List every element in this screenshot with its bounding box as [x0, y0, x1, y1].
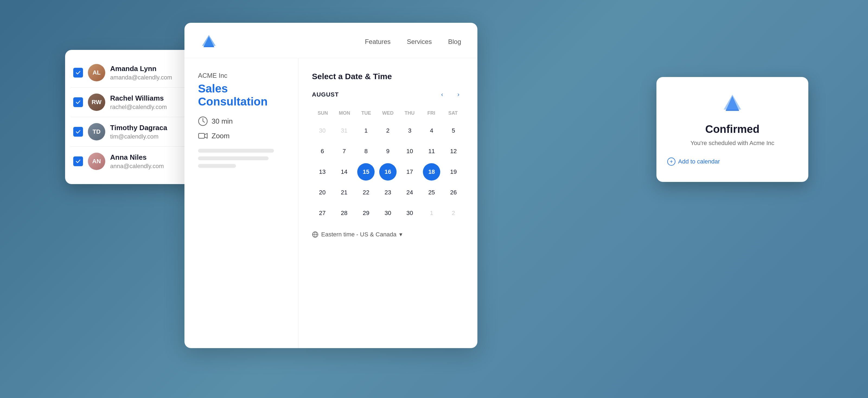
- calendar-day[interactable]: 15: [357, 163, 375, 180]
- calendar-day[interactable]: 20: [314, 184, 331, 201]
- calendar-header: AUGUST ‹ ›: [312, 89, 464, 100]
- calendar-day[interactable]: 23: [379, 184, 397, 201]
- timezone-chevron[interactable]: ▾: [399, 231, 402, 238]
- nav-arrows: ‹ ›: [437, 89, 464, 100]
- calendar-day[interactable]: 7: [336, 143, 353, 160]
- duration-detail: 30 min: [198, 116, 284, 126]
- calendar-day[interactable]: 1: [357, 122, 375, 139]
- calendar-day[interactable]: 30: [379, 204, 397, 222]
- avatar-amanda: AL: [88, 64, 105, 81]
- calendar-day[interactable]: 8: [357, 143, 375, 160]
- nav-links: Features Services Blog: [365, 38, 461, 45]
- day-header-wed: WED: [377, 108, 399, 118]
- calendar-day[interactable]: 25: [423, 184, 440, 201]
- confirmed-subtitle: You're scheduled with Acme Inc: [667, 140, 798, 147]
- calendar-day[interactable]: 12: [445, 143, 462, 160]
- confirmed-logo-icon: [721, 93, 743, 115]
- skeleton-line-3: [198, 164, 236, 168]
- calendar-day[interactable]: 22: [357, 184, 375, 201]
- video-icon: [198, 131, 208, 141]
- avatar-rachel: RW: [88, 94, 105, 111]
- calendar-day: 30: [314, 122, 331, 139]
- confirmed-title: Confirmed: [667, 123, 798, 135]
- calendar-title: Select a Date & Time: [312, 72, 464, 81]
- day-header-tue: TUE: [355, 108, 377, 118]
- globe-icon: [312, 231, 318, 238]
- calendar-day[interactable]: 17: [401, 163, 418, 180]
- calendar-day[interactable]: 2: [379, 122, 397, 139]
- right-panel: Select a Date & Time AUGUST ‹ › SUN MON …: [299, 58, 477, 348]
- next-month-button[interactable]: ›: [453, 89, 464, 100]
- day-header-sun: SUN: [312, 108, 334, 118]
- calendar-day[interactable]: 24: [401, 184, 418, 201]
- platform-detail: Zoom: [198, 131, 284, 141]
- calendar-day[interactable]: 29: [357, 204, 375, 222]
- month-label: AUGUST: [312, 91, 339, 98]
- left-panel: ACME Inc Sales Consultation 30 min: [184, 58, 299, 348]
- nav-features[interactable]: Features: [365, 38, 391, 45]
- calendar-day[interactable]: 5: [445, 122, 462, 139]
- calendar-day[interactable]: 13: [314, 163, 331, 180]
- checkbox-rachel[interactable]: [73, 97, 83, 107]
- company-name: ACME Inc: [198, 72, 284, 79]
- nav-services[interactable]: Services: [407, 38, 432, 45]
- calendar-day[interactable]: 11: [423, 143, 440, 160]
- calendar-day[interactable]: 6: [314, 143, 331, 160]
- calendar-day[interactable]: 14: [336, 163, 353, 180]
- add-to-calendar-button[interactable]: + Add to calendar: [667, 158, 720, 166]
- platform-text: Zoom: [212, 132, 229, 140]
- calendar-day[interactable]: 3: [401, 122, 418, 139]
- calendar-day: 31: [336, 122, 353, 139]
- calendar-day[interactable]: 28: [336, 204, 353, 222]
- calendly-logo: [201, 34, 217, 50]
- clock-icon: [198, 116, 208, 126]
- nav-bar: Features Services Blog: [184, 23, 477, 58]
- checkbox-amanda[interactable]: [73, 68, 83, 77]
- timezone-row: Eastern time - US & Canada ▾: [312, 231, 464, 238]
- timezone-text: Eastern time - US & Canada: [321, 231, 397, 238]
- day-header-fri: FRI: [421, 108, 442, 118]
- skeleton-line-2: [198, 157, 269, 160]
- day-header-sat: SAT: [442, 108, 464, 118]
- calendar-day[interactable]: 16: [379, 163, 397, 180]
- calendar-day[interactable]: 26: [445, 184, 462, 201]
- day-header-mon: MON: [334, 108, 355, 118]
- calendar-day: 1: [423, 204, 440, 222]
- checkbox-anna[interactable]: [73, 157, 83, 166]
- calendar-grid: SUN MON TUE WED THU FRI SAT 303112345678…: [312, 108, 464, 223]
- prev-month-button[interactable]: ‹: [437, 89, 447, 100]
- calendar-day[interactable]: 21: [336, 184, 353, 201]
- skeleton-line-1: [198, 149, 274, 153]
- day-header-thu: THU: [399, 108, 421, 118]
- calendar-day[interactable]: 27: [314, 204, 331, 222]
- calendar-day[interactable]: 30: [401, 204, 418, 222]
- calendar-day[interactable]: 19: [445, 163, 462, 180]
- calendar-day[interactable]: 18: [423, 163, 440, 180]
- calendar-rows: 3031123456789101112131415161718192021222…: [312, 121, 464, 223]
- main-scene: AL Amanda Lynn amanda@calendly.com RW Ra…: [54, 23, 814, 375]
- card-body: ACME Inc Sales Consultation 30 min: [184, 58, 477, 348]
- confirmed-card: Confirmed You're scheduled with Acme Inc…: [656, 77, 808, 182]
- calendar-day[interactable]: 10: [401, 143, 418, 160]
- duration-text: 30 min: [212, 117, 233, 126]
- avatar-anna: AN: [88, 153, 105, 170]
- scheduling-card: Features Services Blog ACME Inc Sales Co…: [184, 23, 477, 348]
- nav-blog[interactable]: Blog: [448, 38, 461, 45]
- event-title: Sales Consultation: [198, 82, 284, 108]
- calendar-day: 2: [445, 204, 462, 222]
- day-headers: SUN MON TUE WED THU FRI SAT: [312, 108, 464, 118]
- calendar-day[interactable]: 4: [423, 122, 440, 139]
- add-calendar-label: Add to calendar: [678, 158, 720, 165]
- plus-icon: +: [667, 158, 675, 166]
- avatar-timothy: TD: [88, 123, 105, 140]
- calendar-day[interactable]: 9: [379, 143, 397, 160]
- checkbox-timothy[interactable]: [73, 127, 83, 137]
- svg-rect-1: [198, 133, 205, 138]
